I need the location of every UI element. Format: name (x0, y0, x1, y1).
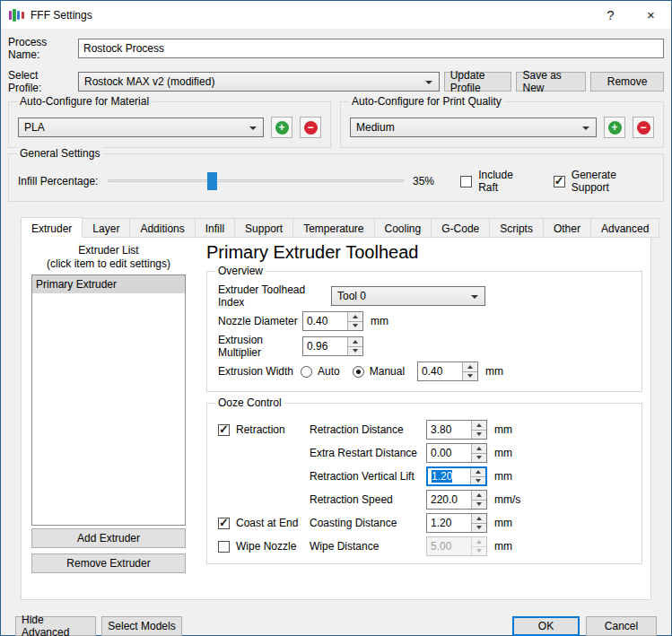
infill-percentage-value: 35% (413, 175, 439, 187)
unit-label: mm (494, 423, 512, 436)
wipe-distance-label: Wipe Distance (310, 540, 426, 553)
remove-profile-button[interactable]: Remove (590, 72, 664, 91)
tab-layer[interactable]: Layer (82, 218, 130, 238)
material-select-value: PLA (24, 121, 45, 134)
slider-handle[interactable] (207, 172, 217, 190)
unit-label: mm (494, 447, 512, 459)
toolhead-settings-column: Primary Extruder Toolhead Overview Extru… (206, 238, 642, 564)
spin-up-button[interactable] (348, 312, 362, 322)
page-title: Primary Extruder Toolhead (206, 238, 642, 263)
extrusion-multiplier-spinner[interactable]: 0.96 (302, 336, 363, 356)
add-material-button[interactable]: + (271, 117, 292, 138)
dialog-footer: Hide Advanced Select Models OK Cancel (15, 616, 657, 636)
save-as-new-button[interactable]: Save as New (516, 72, 586, 91)
quality-select[interactable]: Medium (350, 118, 597, 137)
plus-icon: + (275, 121, 289, 135)
list-item[interactable]: Primary Extruder (32, 275, 185, 293)
retraction-speed-value: 220.0 (427, 491, 471, 509)
help-button[interactable]: ? (590, 1, 631, 29)
spin-down-button[interactable] (472, 524, 486, 533)
update-profile-button[interactable]: Update Profile (444, 72, 512, 91)
generate-support-checkbox[interactable]: Generate Support (554, 169, 654, 194)
spin-down-button (472, 547, 486, 556)
tab-advanced[interactable]: Advanced (590, 218, 659, 238)
chevron-down-icon (249, 126, 257, 130)
extrusion-width-label: Extrusion Width (218, 365, 293, 378)
spin-up-button[interactable] (472, 444, 486, 454)
tab-scripts[interactable]: Scripts (489, 218, 544, 238)
spin-up-button[interactable] (463, 362, 477, 372)
checkbox-checked-icon (218, 424, 230, 436)
spin-down-button[interactable] (463, 372, 477, 381)
hide-advanced-button[interactable]: Hide Advanced (15, 616, 96, 636)
remove-extruder-button[interactable]: Remove Extruder (31, 553, 186, 573)
quality-group-title: Auto-Configure for Print Quality (349, 95, 504, 108)
tab-infill[interactable]: Infill (195, 218, 235, 238)
extrusion-width-spinner[interactable]: 0.40 (417, 362, 478, 381)
tab-gcode[interactable]: G-Code (431, 218, 490, 238)
tab-extruder[interactable]: Extruder (21, 217, 83, 238)
toolhead-index-select[interactable]: Tool 0 (331, 286, 485, 306)
coasting-distance-spinner[interactable]: 1.20 (426, 513, 487, 533)
extra-restart-distance-spinner[interactable]: 0.00 (426, 443, 487, 463)
remove-quality-button[interactable]: − (633, 117, 654, 138)
select-models-button[interactable]: Select Models (101, 616, 182, 636)
chevron-down-icon (582, 126, 589, 130)
spin-down-button[interactable] (471, 477, 485, 485)
extrusion-width-auto-radio[interactable] (301, 366, 312, 378)
tab-temperature[interactable]: Temperature (292, 218, 374, 238)
process-name-input[interactable] (78, 39, 664, 58)
auto-configure-material-group: Auto-Configure for Material PLA + − (8, 101, 331, 148)
spin-down-button[interactable] (348, 322, 362, 331)
tab-cooling[interactable]: Cooling (374, 218, 432, 238)
close-button[interactable]: × (631, 1, 671, 29)
profile-select[interactable]: Rostock MAX v2 (modified) (78, 72, 440, 91)
retraction-checkbox[interactable]: Retraction (218, 423, 310, 436)
nozzle-diameter-label: Nozzle Diameter (218, 315, 302, 327)
tab-additions[interactable]: Additions (129, 218, 195, 238)
retraction-label: Retraction (236, 423, 285, 436)
add-extruder-button[interactable]: Add Extruder (31, 528, 186, 548)
extrusion-width-manual-radio[interactable] (353, 366, 364, 378)
settings-tabs: Extruder Layer Additions Infill Support … (21, 218, 651, 600)
simplify3d-logo-icon (9, 8, 24, 22)
ok-button[interactable]: OK (512, 616, 580, 636)
remove-material-button[interactable]: − (300, 117, 321, 138)
spin-down-button[interactable] (348, 347, 362, 356)
retraction-distance-spinner[interactable]: 3.80 (426, 420, 487, 440)
spin-up-button[interactable] (471, 468, 485, 477)
coast-at-end-label: Coast at End (236, 517, 298, 529)
infill-slider[interactable] (108, 172, 404, 190)
wipe-nozzle-checkbox[interactable]: Wipe Nozzle (218, 540, 310, 553)
spin-up-button[interactable] (348, 337, 362, 347)
coasting-distance-value: 1.20 (427, 514, 471, 532)
retraction-speed-spinner[interactable]: 220.0 (426, 490, 487, 510)
spin-up-button (472, 537, 486, 547)
retraction-distance-value: 3.80 (427, 421, 471, 439)
spin-down-button[interactable] (472, 431, 486, 440)
profile-select-value: Rostock MAX v2 (modified) (84, 75, 214, 88)
extruder-listbox[interactable]: Primary Extruder (31, 274, 186, 526)
fff-settings-dialog: FFF Settings ? × Process Name: Select Pr… (0, 0, 672, 636)
spin-up-button[interactable] (472, 514, 486, 524)
extrusion-width-value: 0.40 (418, 362, 462, 380)
retraction-vertical-lift-spinner[interactable]: 1.20 (426, 466, 487, 486)
spin-up-button[interactable] (472, 491, 486, 501)
material-select[interactable]: PLA (18, 118, 264, 137)
unit-label: mm (371, 315, 388, 327)
wipe-nozzle-label: Wipe Nozzle (236, 540, 296, 553)
ooze-control-group: Ooze Control Retraction Retraction Dista… (206, 403, 642, 564)
include-raft-checkbox[interactable]: Include Raft (460, 169, 534, 194)
add-quality-button[interactable]: + (604, 117, 625, 138)
spin-down-button[interactable] (472, 501, 486, 510)
tab-other[interactable]: Other (543, 218, 591, 238)
spin-up-button[interactable] (472, 421, 486, 431)
tab-support[interactable]: Support (234, 218, 293, 238)
nozzle-diameter-spinner[interactable]: 0.40 (302, 311, 363, 331)
cancel-button[interactable]: Cancel (586, 616, 657, 636)
chevron-down-icon (471, 295, 478, 299)
coast-at-end-checkbox[interactable]: Coast at End (218, 517, 310, 529)
nozzle-diameter-value: 0.40 (303, 312, 347, 330)
spin-down-button[interactable] (472, 454, 486, 463)
generate-support-label: Generate Support (572, 169, 654, 194)
